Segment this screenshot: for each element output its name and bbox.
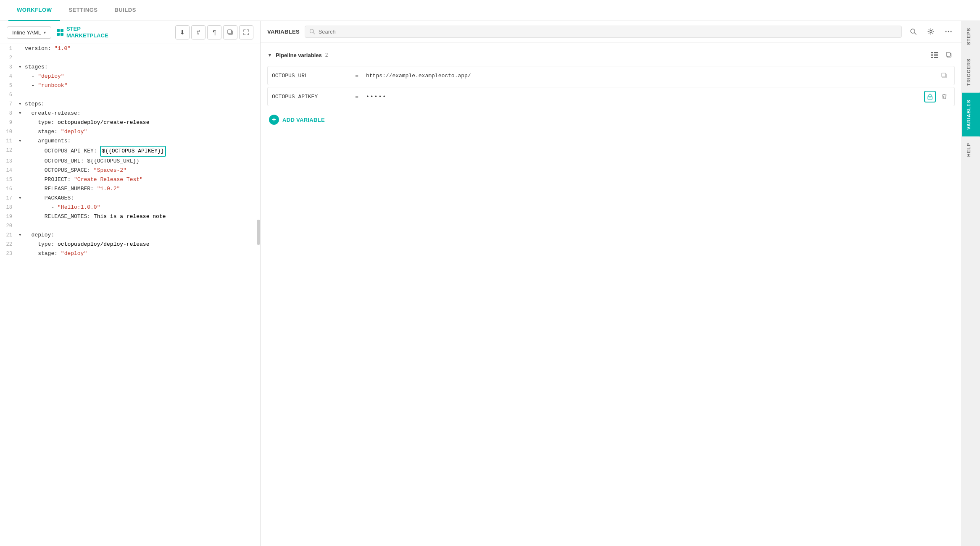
editor-panel: Inline YAML ▾ STEP MARKETPLACE [0,21,261,546]
svg-line-9 [914,33,916,34]
step-marketplace-button[interactable]: STEP MARKETPLACE [56,26,108,39]
expand-icon [243,29,249,35]
section-title: Pipeline variables [276,52,322,58]
section-actions [929,49,955,61]
inline-yaml-dropdown[interactable]: Inline YAML ▾ [7,26,51,39]
code-line-2: 2 [0,53,260,63]
toggle-21[interactable]: ▼ [19,231,25,240]
copy-icon-1 [941,73,947,79]
svg-rect-18 [931,57,933,58]
code-editor[interactable]: 1 version: "1.0" 2 3 ▼ stages: [0,44,260,258]
add-variable-label: ADD VARIABLE [282,117,325,123]
code-line-22: 22 type: octopusdeploy/deploy-release [0,240,260,249]
search-input[interactable] [319,29,897,35]
pilcrow-button[interactable]: ¶ [207,25,221,39]
more-options-button[interactable] [942,25,955,38]
code-line-18: 18 - "Hello:1.0.0" [0,203,260,212]
more-dots-icon [945,31,952,32]
sidebar-tab-steps[interactable]: STEPS [962,21,980,52]
gear-icon [927,28,934,35]
editor-toolbar-actions: ⬇ # ¶ [175,25,253,39]
code-line-3: 3 ▼ stages: [0,63,260,72]
svg-point-25 [930,97,930,98]
editor-toolbar: Inline YAML ▾ STEP MARKETPLACE [0,21,260,44]
toggle-17[interactable]: ▼ [19,194,25,203]
svg-rect-2 [57,33,60,36]
svg-rect-1 [61,29,63,32]
sidebar-tab-triggers[interactable]: TRIGGERS [962,52,980,92]
copy-all-icon [946,52,952,58]
chevron-down-icon: ▾ [44,30,46,35]
svg-point-13 [951,31,952,32]
code-line-21: 21 ▼ deploy: [0,231,260,240]
var-name-octopus-url: OCTOPUS_URL [272,73,348,79]
code-line-14: 14 OCTOPUS_SPACE: "Spaces-2" [0,166,260,175]
tab-builds[interactable]: BUILDS [106,0,144,21]
marketplace-label: STEP MARKETPLACE [66,26,108,39]
expand-button[interactable] [239,25,253,39]
code-editor-area: 1 version: "1.0" 2 3 ▼ stages: [0,44,260,546]
settings-button[interactable] [925,25,937,38]
code-line-20: 20 [0,221,260,231]
marketplace-icon [56,29,64,36]
copy-button[interactable] [223,25,237,39]
search-box [305,26,902,38]
section-chevron[interactable]: ▼ [267,52,272,58]
search-toggle-button[interactable] [907,25,919,38]
scrollbar-handle[interactable] [257,220,260,245]
copy-variable-button-1[interactable] [938,70,950,81]
section-header: ▼ Pipeline variables 2 [267,49,955,61]
var-value-octopus-url: https://example.exampleocto.app/ [366,73,933,79]
var-name-octopus-apikey: OCTOPUS_APIKEY [272,94,348,100]
code-line-23: 23 stage: "deploy" [0,249,260,258]
right-sidebar: STEPS TRIGGERS VARIABLES HELP [962,21,980,546]
toggle-7[interactable]: ▼ [19,100,25,109]
variables-panel: VARIABLES [261,21,962,546]
code-line-16: 16 RELEASE_NUMBER: "1.0.2" [0,184,260,194]
download-button[interactable]: ⬇ [175,25,190,39]
delete-variable-button[interactable] [938,91,950,102]
sidebar-tab-help[interactable]: HELP [962,136,980,163]
copy-all-button[interactable] [943,49,955,61]
tab-settings[interactable]: SETTINGS [60,0,106,21]
section-count: 2 [325,52,328,58]
variables-content: ▼ Pipeline variables 2 [261,42,962,546]
search-icon [309,29,315,34]
var-actions-1 [938,70,950,81]
code-line-10: 10 stage: "deploy" [0,127,260,136]
toggle-3[interactable]: ▼ [19,63,25,72]
lock-variable-button[interactable] [924,91,936,102]
dropdown-label: Inline YAML [12,29,41,36]
list-view-button[interactable] [929,49,940,61]
svg-rect-19 [934,57,938,58]
var-equals-2: = [353,94,361,100]
variable-row-octopus-apikey: OCTOPUS_APIKEY = ••••• [267,87,955,106]
svg-point-8 [911,29,915,33]
add-variable-button[interactable]: + ADD VARIABLE [267,111,955,128]
sidebar-tab-variables[interactable]: VARIABLES [962,93,980,136]
search-button-icon [910,28,917,35]
svg-rect-3 [61,33,63,36]
toggle-11[interactable]: ▼ [19,136,25,146]
code-line-6: 6 [0,90,260,100]
hash-button[interactable]: # [191,25,205,39]
top-navigation: WORKFLOW SETTINGS BUILDS [0,0,980,21]
code-line-7: 7 ▼ steps: [0,100,260,109]
code-line-4: 4 - "deploy" [0,72,260,81]
variables-panel-title: VARIABLES [267,29,300,35]
code-line-9: 9 type: octopusdeploy/create-release [0,118,260,127]
var-value-octopus-apikey: ••••• [366,94,919,100]
main-content: Inline YAML ▾ STEP MARKETPLACE [0,21,980,546]
svg-point-12 [948,31,949,32]
svg-rect-17 [934,55,938,56]
toggle-8[interactable]: ▼ [19,109,25,118]
svg-line-7 [313,32,314,34]
variables-header: VARIABLES [261,21,962,42]
code-line-5: 5 - "runbook" [0,81,260,90]
tab-workflow[interactable]: WORKFLOW [8,0,60,21]
variable-row-octopus-url: OCTOPUS_URL = https://example.exampleoct… [267,66,955,85]
lock-icon [927,94,933,100]
trash-icon [942,94,947,100]
svg-rect-15 [934,52,938,53]
var-equals-1: = [353,73,361,79]
